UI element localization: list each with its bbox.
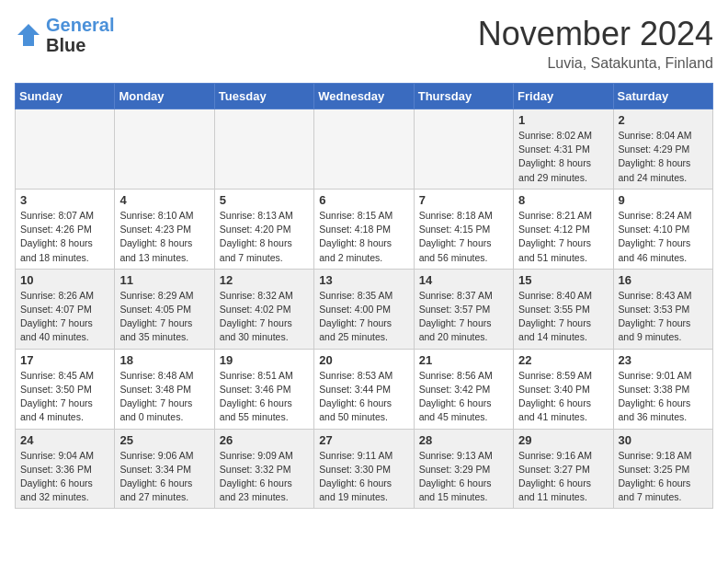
day-info: Sunrise: 8:15 AM Sunset: 4:18 PM Dayligh… [319, 209, 408, 265]
calendar-cell: 20Sunrise: 8:53 AM Sunset: 3:44 PM Dayli… [314, 349, 414, 429]
calendar-week: 17Sunrise: 8:45 AM Sunset: 3:50 PM Dayli… [16, 349, 713, 429]
day-number: 1 [518, 113, 608, 127]
day-info: Sunrise: 8:04 AM Sunset: 4:29 PM Dayligh… [619, 129, 708, 185]
page-header: General Blue November 2024 Luvia, Sataku… [15, 15, 713, 72]
day-number: 11 [119, 273, 209, 287]
calendar-table: SundayMondayTuesdayWednesdayThursdayFrid… [15, 83, 713, 509]
day-number: 7 [419, 193, 508, 207]
day-info: Sunrise: 8:56 AM Sunset: 3:42 PM Dayligh… [419, 369, 508, 425]
day-number: 19 [220, 353, 309, 367]
day-number: 14 [419, 273, 508, 287]
calendar-cell: 24Sunrise: 9:04 AM Sunset: 3:36 PM Dayli… [16, 429, 115, 509]
calendar-cell: 11Sunrise: 8:29 AM Sunset: 4:05 PM Dayli… [115, 269, 214, 349]
day-number: 13 [319, 273, 408, 287]
day-info: Sunrise: 9:18 AM Sunset: 3:25 PM Dayligh… [619, 449, 708, 505]
day-info: Sunrise: 8:35 AM Sunset: 4:00 PM Dayligh… [319, 289, 408, 345]
calendar-cell: 2Sunrise: 8:04 AM Sunset: 4:29 PM Daylig… [613, 109, 712, 190]
calendar-cell [414, 109, 513, 190]
day-number: 23 [619, 353, 708, 367]
calendar-header: SundayMondayTuesdayWednesdayThursdayFrid… [16, 84, 713, 109]
day-number: 9 [619, 193, 708, 207]
day-number: 3 [20, 193, 109, 207]
day-info: Sunrise: 8:29 AM Sunset: 4:05 PM Dayligh… [119, 289, 209, 345]
day-info: Sunrise: 8:32 AM Sunset: 4:02 PM Dayligh… [220, 289, 309, 345]
day-info: Sunrise: 9:16 AM Sunset: 3:27 PM Dayligh… [518, 449, 608, 505]
day-number: 25 [119, 433, 209, 447]
day-number: 26 [220, 433, 309, 447]
day-info: Sunrise: 9:04 AM Sunset: 3:36 PM Dayligh… [20, 449, 109, 505]
calendar-cell: 6Sunrise: 8:15 AM Sunset: 4:18 PM Daylig… [314, 189, 414, 269]
day-number: 2 [619, 113, 708, 127]
day-number: 22 [518, 353, 608, 367]
weekday-header: Tuesday [214, 84, 313, 109]
calendar-cell: 25Sunrise: 9:06 AM Sunset: 3:34 PM Dayli… [115, 429, 214, 509]
weekday-header: Monday [115, 84, 214, 109]
calendar-cell: 17Sunrise: 8:45 AM Sunset: 3:50 PM Dayli… [16, 349, 115, 429]
calendar-cell: 13Sunrise: 8:35 AM Sunset: 4:00 PM Dayli… [314, 269, 414, 349]
day-info: Sunrise: 8:51 AM Sunset: 3:46 PM Dayligh… [220, 369, 309, 425]
day-number: 28 [419, 433, 508, 447]
day-info: Sunrise: 8:59 AM Sunset: 3:40 PM Dayligh… [518, 369, 608, 425]
calendar-cell: 19Sunrise: 8:51 AM Sunset: 3:46 PM Dayli… [214, 349, 313, 429]
calendar-week: 10Sunrise: 8:26 AM Sunset: 4:07 PM Dayli… [16, 269, 713, 349]
day-info: Sunrise: 8:43 AM Sunset: 3:53 PM Dayligh… [619, 289, 708, 345]
calendar-week: 1Sunrise: 8:02 AM Sunset: 4:31 PM Daylig… [16, 109, 713, 190]
logo-icon [15, 21, 42, 49]
day-info: Sunrise: 8:37 AM Sunset: 3:57 PM Dayligh… [419, 289, 508, 345]
weekday-header: Wednesday [314, 84, 414, 109]
logo-blue: Blue [46, 35, 85, 55]
day-info: Sunrise: 8:26 AM Sunset: 4:07 PM Dayligh… [20, 289, 109, 345]
day-number: 17 [20, 353, 109, 367]
day-number: 12 [220, 273, 309, 287]
day-info: Sunrise: 8:45 AM Sunset: 3:50 PM Dayligh… [20, 369, 109, 425]
calendar-cell: 14Sunrise: 8:37 AM Sunset: 3:57 PM Dayli… [414, 269, 513, 349]
day-info: Sunrise: 9:09 AM Sunset: 3:32 PM Dayligh… [220, 449, 309, 505]
calendar-cell: 16Sunrise: 8:43 AM Sunset: 3:53 PM Dayli… [613, 269, 712, 349]
calendar-cell [16, 109, 115, 190]
day-info: Sunrise: 9:01 AM Sunset: 3:38 PM Dayligh… [619, 369, 708, 425]
weekday-header: Thursday [414, 84, 513, 109]
weekday-header: Saturday [613, 84, 712, 109]
day-info: Sunrise: 8:13 AM Sunset: 4:20 PM Dayligh… [220, 209, 309, 265]
calendar-cell: 7Sunrise: 8:18 AM Sunset: 4:15 PM Daylig… [414, 189, 513, 269]
day-number: 18 [119, 353, 209, 367]
location: Luvia, Satakunta, Finland [478, 55, 713, 72]
day-number: 8 [518, 193, 608, 207]
day-info: Sunrise: 8:07 AM Sunset: 4:26 PM Dayligh… [20, 209, 109, 265]
day-number: 15 [518, 273, 608, 287]
day-number: 24 [20, 433, 109, 447]
calendar-cell: 15Sunrise: 8:40 AM Sunset: 3:55 PM Dayli… [514, 269, 613, 349]
day-number: 27 [319, 433, 408, 447]
day-info: Sunrise: 9:06 AM Sunset: 3:34 PM Dayligh… [119, 449, 209, 505]
calendar-week: 3Sunrise: 8:07 AM Sunset: 4:26 PM Daylig… [16, 189, 713, 269]
day-info: Sunrise: 8:21 AM Sunset: 4:12 PM Dayligh… [518, 209, 608, 265]
calendar-cell: 10Sunrise: 8:26 AM Sunset: 4:07 PM Dayli… [16, 269, 115, 349]
day-number: 10 [20, 273, 109, 287]
calendar-cell: 23Sunrise: 9:01 AM Sunset: 3:38 PM Dayli… [613, 349, 712, 429]
weekday-header: Friday [514, 84, 613, 109]
day-info: Sunrise: 8:53 AM Sunset: 3:44 PM Dayligh… [319, 369, 408, 425]
calendar-cell: 21Sunrise: 8:56 AM Sunset: 3:42 PM Dayli… [414, 349, 513, 429]
day-number: 6 [319, 193, 408, 207]
day-info: Sunrise: 8:24 AM Sunset: 4:10 PM Dayligh… [619, 209, 708, 265]
logo: General Blue [15, 15, 114, 55]
calendar-cell: 27Sunrise: 9:11 AM Sunset: 3:30 PM Dayli… [314, 429, 414, 509]
day-info: Sunrise: 9:13 AM Sunset: 3:29 PM Dayligh… [419, 449, 508, 505]
calendar-cell: 9Sunrise: 8:24 AM Sunset: 4:10 PM Daylig… [613, 189, 712, 269]
weekday-header: Sunday [16, 84, 115, 109]
month-title: November 2024 [478, 15, 713, 53]
calendar-cell: 12Sunrise: 8:32 AM Sunset: 4:02 PM Dayli… [214, 269, 313, 349]
logo-general: General [46, 15, 114, 35]
day-info: Sunrise: 8:48 AM Sunset: 3:48 PM Dayligh… [119, 369, 209, 425]
day-number: 4 [119, 193, 209, 207]
day-info: Sunrise: 9:11 AM Sunset: 3:30 PM Dayligh… [319, 449, 408, 505]
day-info: Sunrise: 8:02 AM Sunset: 4:31 PM Dayligh… [518, 129, 608, 185]
day-number: 5 [220, 193, 309, 207]
calendar-cell: 3Sunrise: 8:07 AM Sunset: 4:26 PM Daylig… [16, 189, 115, 269]
calendar-cell: 29Sunrise: 9:16 AM Sunset: 3:27 PM Dayli… [514, 429, 613, 509]
calendar-cell: 18Sunrise: 8:48 AM Sunset: 3:48 PM Dayli… [115, 349, 214, 429]
calendar-cell: 22Sunrise: 8:59 AM Sunset: 3:40 PM Dayli… [514, 349, 613, 429]
calendar-cell: 28Sunrise: 9:13 AM Sunset: 3:29 PM Dayli… [414, 429, 513, 509]
calendar-cell [314, 109, 414, 190]
day-number: 16 [619, 273, 708, 287]
